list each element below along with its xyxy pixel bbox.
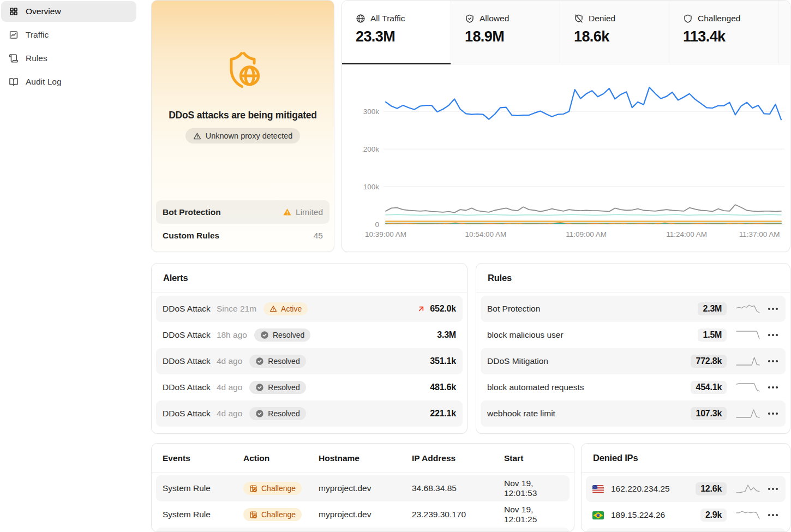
- sidebar-item-label: Traffic: [26, 30, 49, 40]
- rule-sparkline: [735, 330, 760, 340]
- event-source: System Rule: [163, 483, 243, 493]
- tab-label: Denied: [589, 14, 615, 23]
- challenge-badge: Challenge: [243, 508, 302, 521]
- svg-text:10:54:00 AM: 10:54:00 AM: [465, 230, 507, 238]
- row-menu-button[interactable]: [767, 383, 779, 392]
- shield-globe-icon: [219, 47, 266, 94]
- tab-allowed[interactable]: Allowed 18.9M: [451, 1, 560, 64]
- sidebar: Overview Traffic Rules: [0, 0, 136, 95]
- col-header-events: Events: [163, 453, 243, 463]
- svg-text:11:24:00 AM: 11:24:00 AM: [666, 230, 707, 238]
- row-menu-button[interactable]: [767, 409, 779, 418]
- svg-text:300k: 300k: [363, 107, 380, 116]
- events-table-header: Events Action Hostname IP Address Start: [152, 444, 574, 473]
- traffic-panel: All Traffic 23.3M Allowed 18.9M: [341, 0, 790, 252]
- traffic-tabs: All Traffic 23.3M Allowed 18.9M: [342, 1, 790, 64]
- alert-value: 221.1k: [430, 409, 456, 419]
- globe-icon: [356, 14, 365, 23]
- status-label: Resolved: [273, 331, 304, 339]
- event-row[interactable]: System Rule Challenge myproject.d: [156, 501, 570, 528]
- tab-label: Allowed: [480, 14, 509, 23]
- rule-sparkline: [735, 356, 760, 367]
- sidebar-item-audit-log[interactable]: Audit Log: [1, 71, 136, 92]
- tab-challenged[interactable]: Challenged 113.4k: [669, 1, 778, 64]
- denied-ip-address: 162.220.234.25: [611, 484, 670, 494]
- shield-check-icon: [465, 14, 475, 23]
- events-table-body: System Rule Challenge myproject.d: [152, 473, 574, 532]
- event-row[interactable]: System Rule Challenge myproject.d: [156, 475, 570, 501]
- rule-hit-count: 454.1k: [691, 381, 727, 394]
- alerts-list: DDoS Attack Since 21m Active 652.0k: [152, 292, 467, 431]
- proxy-warning-badge: Unknown proxy detected: [185, 128, 301, 144]
- rule-row[interactable]: block malicious user 1.5M: [481, 322, 786, 348]
- svg-text:11:37:00 AM: 11:37:00 AM: [739, 230, 780, 238]
- tab-value: 18.9M: [465, 28, 560, 45]
- alert-name: DDoS Attack: [163, 409, 211, 419]
- rules-title: Rules: [476, 264, 790, 292]
- rule-row[interactable]: webhook rate limit 107.3k: [481, 401, 786, 427]
- sidebar-item-overview[interactable]: Overview: [1, 1, 136, 22]
- alert-row[interactable]: DDoS Attack 4d ago Resolved 481.6k: [156, 374, 463, 401]
- tab-denied[interactable]: Denied 18.6k: [560, 1, 669, 64]
- rule-sparkline: [735, 382, 760, 393]
- proxy-badge-label: Unknown proxy detected: [206, 131, 293, 140]
- challenge-badge: Challenge: [243, 482, 302, 495]
- alert-row[interactable]: DDoS Attack 4d ago Resolved 351.1k: [156, 348, 463, 374]
- rule-row[interactable]: DDoS Mitigation 772.8k: [481, 348, 786, 374]
- tab-all-traffic[interactable]: All Traffic 23.3M: [342, 1, 451, 64]
- denied-ips-title: Denied IPs: [582, 444, 790, 473]
- mitigation-title: DDoS attacks are being mitigated: [152, 110, 334, 121]
- warning-triangle-icon: [193, 132, 201, 140]
- tab-partial[interactable]: [778, 1, 790, 64]
- mitigation-status-card: DDoS attacks are being mitigated Unknown…: [151, 0, 334, 252]
- col-header-hostname: Hostname: [319, 453, 412, 463]
- alert-time: 4d ago: [217, 409, 242, 419]
- rules-card: Rules Bot Protection 2.3M block maliciou…: [476, 263, 790, 434]
- event-source: System Rule: [163, 510, 243, 519]
- alert-row[interactable]: DDoS Attack 18h ago Resolved 3.3M: [156, 322, 463, 348]
- denied-ip-row-partial[interactable]: [586, 528, 786, 532]
- row-menu-button[interactable]: [767, 304, 779, 313]
- row-menu-button[interactable]: [767, 331, 779, 339]
- svg-text:10:39:00 AM: 10:39:00 AM: [365, 230, 406, 238]
- status-label: Resolved: [268, 383, 299, 392]
- row-menu-button[interactable]: [767, 511, 779, 519]
- denied-ip-count: 2.9k: [700, 509, 727, 522]
- rule-row[interactable]: Bot Protection 2.3M: [481, 296, 786, 322]
- bot-protection-row[interactable]: Bot Protection Limited: [156, 200, 329, 224]
- alert-value: 351.1k: [430, 356, 456, 366]
- check-circle-icon: [260, 331, 269, 339]
- sidebar-item-traffic[interactable]: Traffic: [1, 25, 136, 45]
- row-menu-button[interactable]: [767, 485, 779, 493]
- svg-text:11:09:00 AM: 11:09:00 AM: [566, 230, 607, 238]
- alert-value: 652.0k: [430, 304, 456, 314]
- row-menu-button[interactable]: [767, 357, 779, 366]
- action-label: Challenge: [261, 510, 296, 519]
- event-hostname: myproject.dev: [319, 510, 412, 519]
- flag-us-icon: [592, 485, 604, 493]
- alert-time: 4d ago: [217, 356, 242, 366]
- captcha-icon: [249, 485, 257, 493]
- denied-ip-row[interactable]: 189.15.224.26 2.9k: [586, 502, 786, 528]
- rule-name: webhook rate limit: [487, 409, 555, 419]
- shield-icon: [683, 14, 693, 23]
- denied-ip-row[interactable]: 162.220.234.25 12.6k: [586, 476, 786, 502]
- event-ip: 23.239.30.170: [412, 510, 504, 519]
- sidebar-item-label: Overview: [26, 7, 61, 16]
- rule-row[interactable]: block automated requests 454.1k: [481, 374, 786, 401]
- custom-rules-row[interactable]: Custom Rules 45: [156, 224, 329, 247]
- event-row-partial[interactable]: [156, 528, 570, 532]
- denied-ip-sparkline: [735, 483, 760, 494]
- rule-sparkline: [735, 408, 760, 419]
- alert-row[interactable]: DDoS Attack 4d ago Resolved 221.1k: [156, 401, 463, 427]
- alert-value: 481.6k: [430, 382, 456, 392]
- alerts-card: Alerts DDoS Attack Since 21m Active: [151, 263, 468, 434]
- events-card: Events Action Hostname IP Address Start …: [151, 443, 574, 532]
- sidebar-item-rules[interactable]: Rules: [1, 48, 136, 69]
- status-badge-resolved: Resolved: [249, 381, 305, 394]
- alert-value: 3.3M: [437, 330, 456, 340]
- alert-row[interactable]: DDoS Attack Since 21m Active 652.0k: [156, 296, 463, 322]
- grid-icon: [9, 7, 19, 16]
- alert-name: DDoS Attack: [163, 356, 211, 366]
- svg-text:100k: 100k: [363, 183, 380, 191]
